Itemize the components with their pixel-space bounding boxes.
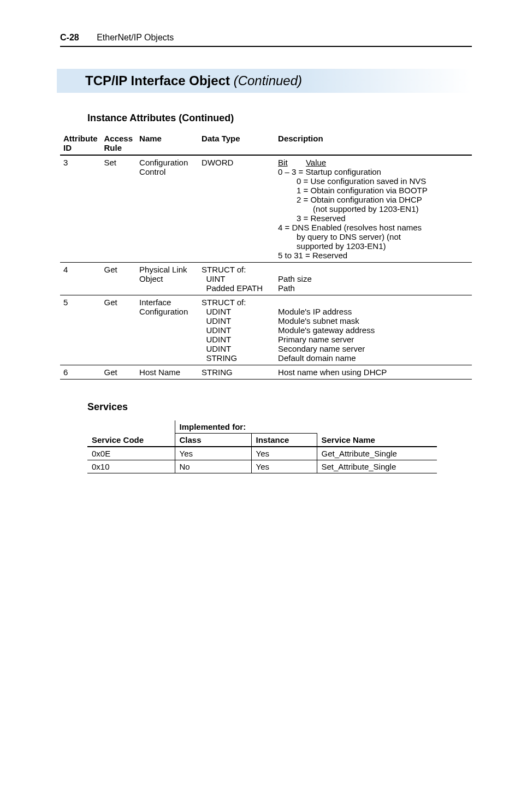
cell-access-rule: Get — [101, 295, 137, 365]
desc-line: 2 = Obtain configuration via DHCP — [278, 195, 469, 204]
col-header-instance: Instance — [251, 434, 317, 447]
col-header-data-type: Data Type — [198, 132, 275, 155]
instance-attributes-heading: Instance Attributes (Continued) — [87, 112, 472, 124]
desc-line: 3 = Reserved — [278, 214, 469, 223]
cell-name: Configuration Control — [136, 155, 198, 263]
table-row: 0x0E Yes Yes Get_Attribute_Single — [87, 447, 437, 460]
col-header-attr-id: Attribute ID — [60, 132, 101, 155]
page-header: C-28 EtherNet/IP Objects — [60, 33, 472, 47]
cell-instance: Yes — [251, 447, 317, 460]
desc-bit-label: Bit — [278, 158, 288, 167]
cell-attr-id: 5 — [60, 295, 101, 365]
page-title-continued: (Continued) — [234, 73, 302, 88]
cell-name: Interface Configuration — [136, 295, 198, 365]
services-heading: Services — [87, 401, 472, 413]
col-header-access-rule: Access Rule — [101, 132, 137, 155]
col-header-class: Class — [175, 434, 251, 447]
cell-data-type: STRING — [198, 365, 275, 380]
cell-service-name: Set_Attribute_Single — [317, 460, 437, 473]
cell-access-rule: Get — [101, 263, 137, 295]
cell-class: Yes — [175, 447, 251, 460]
cell-access-rule: Get — [101, 365, 137, 380]
cell-description: Path size Path — [275, 263, 472, 295]
cell-attr-id: 3 — [60, 155, 101, 263]
col-header-service-name: Service Name — [317, 434, 437, 447]
cell-attr-id: 6 — [60, 365, 101, 380]
cell-service-name: Get_Attribute_Single — [317, 447, 437, 460]
page-number: C-28 — [60, 33, 79, 42]
desc-line: by query to DNS server) (not — [278, 232, 469, 241]
cell-name: Physical Link Object — [136, 263, 198, 295]
desc-line: 1 = Obtain configuration via BOOTP — [278, 186, 469, 195]
title-band: TCP/IP Interface Object (Continued) — [57, 69, 472, 93]
desc-line: 5 to 31 = Reserved — [278, 251, 347, 260]
services-table: Implemented for: Service Code Class Inst… — [87, 420, 437, 473]
table-row: 4 Get Physical Link Object STRUCT of: UI… — [60, 263, 472, 295]
cell-description: Host name when using DHCP — [275, 365, 472, 380]
desc-line: (not supported by 1203-EN1) — [278, 204, 469, 214]
desc-line: 0 – 3 = Startup configuration — [278, 167, 381, 176]
cell-description: Module's IP address Module's subnet mask… — [275, 295, 472, 365]
cell-service-code: 0x10 — [87, 460, 175, 473]
desc-value-label: Value — [306, 158, 326, 167]
cell-service-code: 0x0E — [87, 447, 175, 460]
col-header-description: Description — [275, 132, 472, 155]
cell-data-type: STRUCT of: UINT Padded EPATH — [198, 263, 275, 295]
table-row: 6 Get Host Name STRING Host name when us… — [60, 365, 472, 380]
desc-line: 0 = Use configuration saved in NVS — [278, 176, 469, 186]
instance-attributes-table: Attribute ID Access Rule Name Data Type … — [60, 132, 472, 380]
desc-line: 4 = DNS Enabled (resolves host names — [278, 223, 422, 232]
cell-class: No — [175, 460, 251, 473]
cell-name: Host Name — [136, 365, 198, 380]
table-row: 0x10 No Yes Set_Attribute_Single — [87, 460, 437, 473]
col-header-service-code: Service Code — [87, 434, 175, 447]
table-row: 3 Set Configuration Control DWORD Bit Va… — [60, 155, 472, 263]
col-header-name: Name — [136, 132, 198, 155]
cell-access-rule: Set — [101, 155, 137, 263]
cell-data-type: DWORD — [198, 155, 275, 263]
cell-data-type: STRUCT of: UDINT UDINT UDINT UDINT UDINT… — [198, 295, 275, 365]
page-title: TCP/IP Interface Object — [85, 73, 230, 88]
header-section: EtherNet/IP Objects — [97, 33, 174, 42]
cell-description: Bit Value 0 – 3 = Startup configuration … — [275, 155, 472, 263]
table-row: 5 Get Interface Configuration STRUCT of:… — [60, 295, 472, 365]
desc-line: supported by 1203-EN1) — [278, 241, 469, 251]
cell-attr-id: 4 — [60, 263, 101, 295]
cell-instance: Yes — [251, 460, 317, 473]
services-group-header: Implemented for: — [175, 420, 317, 434]
